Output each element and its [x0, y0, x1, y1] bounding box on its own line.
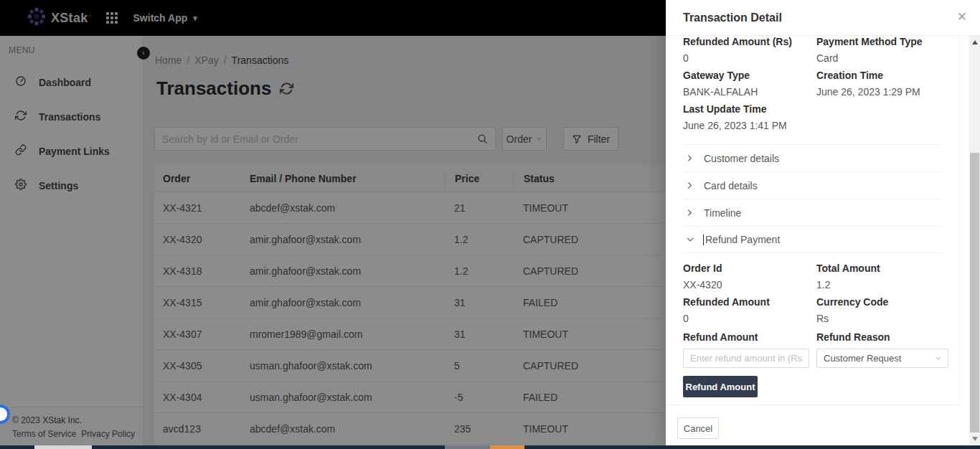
drawer-scrollbar[interactable] [969, 36, 980, 445]
transaction-detail-drawer: Transaction Detail ✕ Refunded Amount (Rs… [666, 0, 980, 445]
close-icon[interactable]: ✕ [957, 11, 967, 23]
accordion-label: Customer details [704, 153, 779, 164]
accordion-label: Timeline [704, 207, 741, 219]
app-viewport: XStakʼ Switch App ▾ MENU Dashboard Trans… [0, 0, 980, 449]
refund-reason-label: Refund Reason [816, 329, 948, 346]
field-label: Order Id [683, 260, 816, 277]
chevron-right-icon [686, 209, 694, 217]
field-label: Currency Code [816, 294, 942, 311]
refund-fields: Order IdXX-4320Total Amount1.2Refunded A… [683, 260, 942, 328]
accordion-label: Refund Payment [705, 234, 780, 245]
field: Last Update TimeJune 26, 2023 1:41 PM [683, 101, 816, 134]
field-label: Last Update Time [683, 101, 816, 118]
field: Refunded Amount (Rs)0 [683, 36, 816, 67]
refund-amount-label: Refund Amount [683, 329, 816, 346]
field-value: 1.2 [816, 277, 942, 293]
chevron-right-icon [686, 154, 694, 162]
bottom-edge-strip [0, 445, 980, 449]
drawer-header: Transaction Detail ✕ [666, 0, 980, 36]
chevron-down-icon [687, 235, 694, 244]
refund-amount-button[interactable]: Refund Amount [683, 376, 758, 397]
scrollbar-thumb[interactable] [970, 153, 979, 433]
field-label: Total Amount [816, 260, 942, 277]
accordion-card-details[interactable]: Card details [683, 171, 942, 199]
accordion-list: Customer detailsCard detailsTimelineRefu… [683, 144, 942, 253]
field-label: Refunded Amount (Rs) [683, 36, 816, 50]
field: Refunded Amount0 [683, 294, 816, 327]
chevron-right-icon [686, 181, 694, 189]
field: Creation TimeJune 26, 2023 1:29 PM [816, 67, 942, 100]
field-value: Rs [816, 311, 942, 327]
cancel-button[interactable]: Cancel [677, 417, 719, 439]
field-value: BANK-ALFALAH [683, 84, 816, 100]
field: Order IdXX-4320 [683, 260, 816, 293]
accordion-refund-payment[interactable]: Refund Payment [683, 226, 942, 253]
accordion-label: Card details [704, 180, 758, 192]
field-value: 0 [683, 311, 816, 327]
field-label: Creation Time [816, 67, 942, 84]
field-label: Payment Method Type [816, 36, 942, 50]
field: Gateway TypeBANK-ALFALAH [683, 67, 816, 100]
refund-reason-select[interactable]: Customer Request [816, 349, 948, 368]
accordion-customer-details[interactable]: Customer details [683, 144, 942, 171]
field-value: 0 [683, 50, 816, 67]
refund-controls: Refund Amount Refund Reason Customer Req… [683, 329, 942, 368]
field: Payment Method TypeCard [816, 36, 942, 67]
field-value: June 26, 2023 1:41 PM [683, 118, 816, 134]
drawer-title: Transaction Detail [683, 11, 782, 24]
chevron-down-icon [935, 355, 941, 361]
field-label: Gateway Type [683, 67, 816, 84]
text-cursor [703, 235, 704, 245]
field-value: Card [816, 50, 942, 67]
field-value: June 26, 2023 1:29 PM [816, 84, 942, 100]
scrollbar-up-arrow[interactable] [969, 37, 980, 47]
detail-fields: Refunded Amount (Rs)0Payment Method Type… [683, 36, 942, 135]
field-label: Refunded Amount [683, 294, 816, 311]
field: Total Amount1.2 [816, 260, 942, 293]
refund-amount-input[interactable] [683, 349, 809, 368]
refund-reason-value: Customer Request [824, 353, 901, 364]
drawer-body: Refunded Amount (Rs)0Payment Method Type… [666, 36, 960, 405]
accordion-timeline[interactable]: Timeline [683, 199, 942, 226]
field: Currency CodeRs [816, 294, 942, 327]
field-value: XX-4320 [683, 277, 816, 293]
drawer-footer: Cancel [666, 405, 980, 445]
scrollbar-down-arrow[interactable] [969, 434, 980, 444]
